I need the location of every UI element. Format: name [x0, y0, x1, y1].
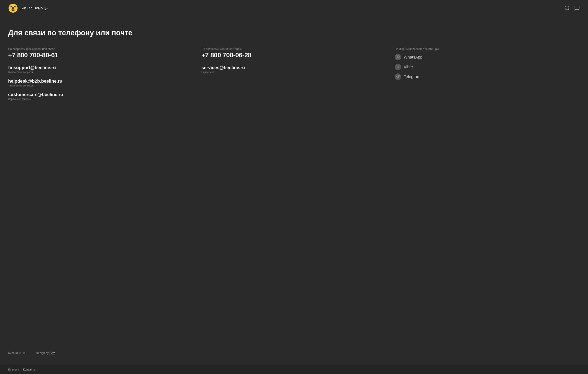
email-finsupport[interactable]: finsupport@beeline.ru — [8, 65, 193, 70]
email-item-customercare: customercare@beeline.ru Сервисные вопрос… — [8, 92, 193, 100]
email-services-label: Поддержка — [201, 71, 387, 74]
breadcrumb-item-business[interactable]: Бизнесу — [8, 368, 19, 371]
email-helpdesk-label: Технические вопросы — [8, 84, 193, 87]
email-customercare-label: Сервисные вопросы — [8, 98, 193, 100]
telegram-name: Telegram — [404, 74, 420, 79]
email-helpdesk[interactable]: helpdesk@b2b.beeline.ru — [8, 78, 193, 84]
mobile-line-emails: services@beeline.ru Поддержка — [201, 65, 387, 74]
telegram-link[interactable]: Telegram — [395, 73, 580, 80]
mobile-line-column: По вопросам мобильной связи +7 800 700-0… — [201, 47, 387, 100]
contacts-grid: По вопросам фиксированной связи +7 800 7… — [8, 47, 580, 100]
site-title: Бизнес.Помощь — [20, 6, 48, 11]
main-content: Для связи по телефону или почте По вопро… — [0, 16, 588, 347]
fixed-line-phone[interactable]: +7 800 700-80-61 — [8, 51, 193, 59]
viber-link[interactable]: Viber — [395, 64, 580, 70]
footer: билайн © 2021 Design by Beta — [0, 347, 588, 365]
viber-icon — [395, 64, 401, 70]
fixed-line-phone-section: По вопросам фиксированной связи +7 800 7… — [8, 47, 193, 59]
svg-point-6 — [565, 6, 569, 10]
fixed-line-emails: finsupport@beeline.ru Финансовые вопросы… — [8, 65, 193, 100]
email-item-services: services@beeline.ru Поддержка — [201, 65, 387, 74]
chat-icon[interactable] — [574, 5, 580, 11]
whatsapp-icon — [395, 54, 401, 60]
mobile-line-phone-section: По вопросам мобильной связи +7 800 700-0… — [201, 47, 387, 59]
header: Бизнес.Помощь — [0, 0, 588, 16]
search-icon[interactable] — [564, 5, 570, 11]
email-item-finsupport: finsupport@beeline.ru Финансовые вопросы — [8, 65, 193, 74]
whatsapp-link[interactable]: WhatsApp — [395, 54, 580, 60]
email-item-helpdesk: helpdesk@b2b.beeline.ru Технические вопр… — [8, 78, 193, 87]
breadcrumb-separator: › — [21, 368, 21, 371]
messengers-label: По любым вопросам пишите нам — [395, 47, 580, 51]
svg-rect-3 — [12, 7, 14, 8]
footer-design: Design by Beta — [36, 351, 55, 355]
mobile-line-label: По вопросам мобильной связи — [201, 47, 387, 51]
footer-design-link[interactable]: Beta — [50, 351, 55, 355]
footer-design-text: Design by — [36, 351, 49, 355]
email-services[interactable]: services@beeline.ru — [201, 65, 387, 70]
footer-copyright: билайн © 2021 — [8, 351, 28, 355]
svg-rect-4 — [12, 8, 14, 9]
breadcrumb: Бизнесу › Контакты — [0, 365, 588, 374]
svg-rect-5 — [12, 9, 14, 10]
footer-top: билайн © 2021 Design by Beta — [8, 351, 580, 355]
whatsapp-name: WhatsApp — [404, 55, 422, 60]
messenger-links: WhatsApp Viber — [395, 54, 580, 80]
email-finsupport-label: Финансовые вопросы — [8, 71, 193, 74]
messengers-column: По любым вопросам пишите нам WhatsApp — [395, 47, 580, 100]
svg-line-7 — [568, 9, 569, 10]
viber-name: Viber — [404, 65, 413, 69]
telegram-icon — [395, 73, 401, 80]
mobile-line-phone[interactable]: +7 800 700-06-28 — [201, 51, 387, 59]
header-left: Бизнес.Помощь — [8, 3, 48, 13]
email-customercare[interactable]: customercare@beeline.ru — [8, 92, 193, 97]
fixed-line-label: По вопросам фиксированной связи — [8, 47, 193, 51]
page-heading: Для связи по телефону или почте — [8, 29, 580, 37]
breadcrumb-item-contacts: Контакты — [23, 368, 35, 371]
fixed-line-column: По вопросам фиксированной связи +7 800 7… — [8, 47, 193, 100]
header-icons — [564, 5, 580, 11]
messengers-section: По любым вопросам пишите нам WhatsApp — [395, 47, 580, 80]
beeline-logo[interactable] — [8, 3, 18, 13]
